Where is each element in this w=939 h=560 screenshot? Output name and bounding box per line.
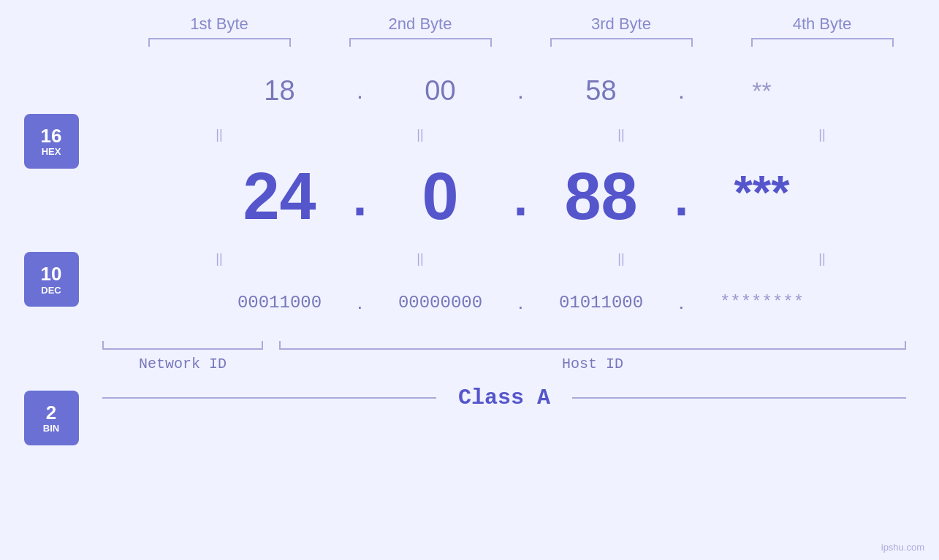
class-line-right: [572, 397, 906, 399]
bin-cell-3: 01011000 .: [528, 291, 689, 314]
hex-dot-2: .: [514, 77, 528, 104]
eq2-1: ||: [139, 251, 300, 266]
gap1: [263, 341, 279, 350]
hex-cell-3: 58 .: [528, 75, 689, 107]
eq2-3: ||: [541, 251, 702, 266]
main-container: 1st Byte 2nd Byte 3rd Byte 4th Byte 16 H…: [0, 0, 939, 560]
host-id-bracket: [279, 341, 906, 350]
byte2-header: 2nd Byte: [340, 15, 501, 47]
dec-value-4: ***: [689, 165, 835, 229]
hex-cell-1: 18 .: [207, 75, 368, 107]
hex-badge-label: HEX: [42, 146, 61, 157]
bin-value-1: 00011000: [207, 293, 353, 312]
dec-badge-number: 10: [41, 264, 62, 285]
network-id-label: Network ID: [102, 356, 263, 372]
byte4-header: 4th Byte: [742, 15, 902, 47]
hex-badge: 16 HEX: [24, 114, 79, 169]
dec-data-row: 24 . 0 . 88 . ***: [102, 145, 939, 248]
hex-value-2: 00: [368, 75, 514, 107]
bin-data-row: 00011000 . 00000000 . 01011000 . *******…: [102, 269, 939, 335]
gap2: [263, 356, 279, 372]
badges-column: 16 HEX 10 DEC 2 BIN: [0, 58, 102, 545]
bin-cell-4: ********: [689, 293, 835, 312]
network-id-bracket: [102, 341, 263, 350]
hex-dot-1: .: [353, 77, 368, 104]
byte4-bracket: [751, 38, 894, 47]
data-grid: 18 . 00 . 58 . **: [102, 58, 939, 545]
byte3-label: 3rd Byte: [591, 15, 651, 34]
dec-cell-4: ***: [689, 165, 835, 229]
hex-value-3: 58: [528, 75, 674, 107]
bin-value-2: 00000000: [368, 293, 514, 312]
bottom-brackets: Network ID Host ID: [102, 341, 906, 372]
class-row: Class A: [102, 386, 906, 410]
class-line-left: [102, 397, 436, 399]
bin-badge-label: BIN: [43, 423, 59, 434]
dec-value-3: 88: [528, 159, 674, 234]
hex-cell-2: 00 .: [368, 75, 528, 107]
bin-dot-2: .: [514, 291, 528, 314]
network-id-text: Network ID: [139, 356, 227, 372]
bin-dot-3: .: [674, 291, 689, 314]
byte3-bracket: [550, 38, 693, 47]
hex-badge-number: 16: [41, 126, 62, 147]
bin-cell-1: 00011000 .: [207, 291, 368, 314]
eq2-2: ||: [340, 251, 501, 266]
eq1-3: ||: [541, 127, 702, 142]
byte1-header: 1st Byte: [139, 15, 300, 47]
byte1-label: 1st Byte: [190, 15, 248, 34]
hex-cells: 18 . 00 . 58 . **: [119, 75, 923, 107]
bin-value-3: 01011000: [528, 293, 674, 312]
hex-cell-4: **: [689, 77, 835, 105]
dec-cells: 24 . 0 . 88 . ***: [119, 159, 923, 234]
byte4-label: 4th Byte: [793, 15, 852, 34]
equals-row-2: || || || ||: [102, 248, 939, 269]
bin-badge: 2 BIN: [24, 391, 79, 445]
byte3-header: 3rd Byte: [541, 15, 702, 47]
header-row: 1st Byte 2nd Byte 3rd Byte 4th Byte: [119, 15, 923, 47]
dec-cell-1: 24 .: [207, 159, 368, 234]
dec-value-2: 0: [368, 159, 514, 234]
eq1-4: ||: [742, 127, 902, 142]
bin-cell-2: 00000000 .: [368, 291, 528, 314]
hex-value-4: **: [689, 77, 835, 105]
eq1-2: ||: [340, 127, 501, 142]
main-area: 16 HEX 10 DEC 2 BIN 18 .: [0, 58, 939, 545]
byte2-label: 2nd Byte: [389, 15, 452, 34]
eq2-4: ||: [742, 251, 902, 266]
dec-dot-2: .: [514, 169, 528, 234]
host-id-text: Host ID: [562, 356, 623, 372]
equals-signs-1: || || || ||: [119, 127, 923, 142]
dec-value-1: 24: [207, 159, 353, 234]
dec-dot-1: .: [353, 169, 368, 234]
bin-dot-1: .: [353, 291, 368, 314]
watermark: ipshu.com: [881, 542, 924, 553]
dec-badge-label: DEC: [41, 285, 61, 296]
dec-dot-3: .: [674, 169, 689, 234]
watermark-text: ipshu.com: [881, 542, 924, 553]
byte2-bracket: [349, 38, 492, 47]
equals-signs-2: || || || ||: [119, 251, 923, 266]
equals-row-1: || || || ||: [102, 123, 939, 145]
dec-badge: 10 DEC: [24, 252, 79, 307]
dec-cell-3: 88 .: [528, 159, 689, 234]
eq1-1: ||: [139, 127, 300, 142]
dec-cell-2: 0 .: [368, 159, 528, 234]
bin-value-4: ********: [689, 293, 835, 312]
bin-cells: 00011000 . 00000000 . 01011000 . *******…: [119, 291, 923, 314]
byte1-bracket: [148, 38, 291, 47]
hex-dot-3: .: [674, 77, 689, 104]
host-id-label: Host ID: [279, 356, 906, 372]
hex-value-1: 18: [207, 75, 353, 107]
bin-badge-number: 2: [46, 402, 56, 423]
bracket-bottom-row: [102, 341, 906, 350]
hex-data-row: 18 . 00 . 58 . **: [102, 58, 939, 123]
class-label: Class A: [436, 386, 572, 410]
id-labels: Network ID Host ID: [102, 356, 906, 372]
